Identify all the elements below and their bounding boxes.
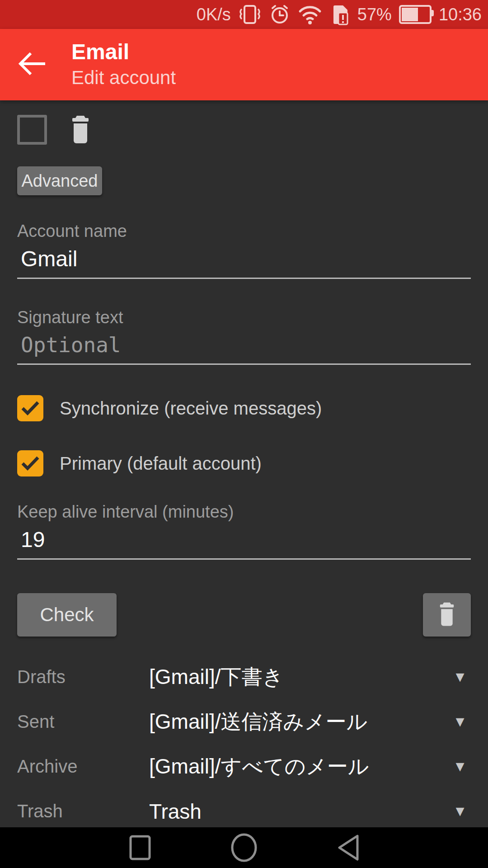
vibrate-icon [238, 4, 262, 25]
advanced-button[interactable]: Advanced [17, 166, 102, 195]
checkmark-icon [21, 456, 40, 471]
back-button[interactable] [0, 52, 63, 78]
phone-screen: 0K/s [0, 0, 488, 868]
trash-icon [437, 601, 457, 629]
checkmark-icon [21, 401, 40, 416]
android-nav-bar [0, 827, 488, 868]
account-name-value: Gmail [21, 247, 77, 271]
signature-input[interactable]: Optional [17, 330, 471, 365]
keep-alive-label: Keep alive interval (minutes) [17, 502, 471, 522]
recents-square-icon[interactable] [124, 835, 156, 861]
folder-label: Trash [17, 801, 149, 821]
signature-label: Signature text [17, 308, 471, 327]
sim-alert-icon [329, 4, 350, 25]
account-name-label: Account name [17, 222, 471, 241]
dropdown-arrow-icon[interactable]: ▼ [453, 758, 471, 775]
check-button[interactable]: Check [17, 593, 117, 637]
folder-mapping-list: Drafts [Gmail]/下書き ▼ Sent [Gmail]/送信済みメー… [17, 655, 471, 834]
folder-label: Drafts [17, 667, 149, 687]
status-bar: 0K/s [0, 0, 488, 29]
battery-percent: 57% [357, 5, 392, 24]
network-speed: 0K/s [197, 5, 231, 24]
primary-checkbox[interactable] [17, 450, 43, 476]
signature-placeholder: Optional [21, 333, 121, 357]
folder-row-sent: Sent [Gmail]/送信済みメール ▼ [17, 699, 471, 744]
alarm-icon [269, 4, 291, 25]
dropdown-arrow-icon[interactable]: ▼ [453, 803, 471, 820]
app-bar: Email Edit account [0, 29, 488, 100]
back-arrow-icon [18, 52, 46, 78]
wifi-icon [298, 5, 322, 24]
dropdown-arrow-icon[interactable]: ▼ [453, 669, 471, 685]
back-triangle-icon[interactable] [332, 833, 364, 862]
folder-value: [Gmail]/送信済みメール [149, 708, 453, 736]
trash-icon[interactable] [69, 114, 92, 147]
unchecked-checkbox[interactable] [17, 115, 47, 145]
folder-value: [Gmail]/すべてのメール [149, 753, 453, 781]
primary-label: Primary (default account) [60, 453, 262, 474]
folder-label: Archive [17, 756, 149, 777]
synchronize-checkbox[interactable] [17, 395, 43, 421]
keep-alive-value: 19 [21, 528, 45, 552]
folder-row-drafts: Drafts [Gmail]/下書き ▼ [17, 655, 471, 699]
folder-label: Sent [17, 712, 149, 732]
folder-row-archive: Archive [Gmail]/すべてのメール ▼ [17, 744, 471, 789]
folder-value: Trash [149, 799, 453, 824]
folder-value: [Gmail]/下書き [149, 663, 453, 691]
keep-alive-input[interactable]: 19 [17, 524, 471, 560]
edit-account-form: Advanced Account name Gmail Signature te… [0, 114, 488, 834]
account-name-input[interactable]: Gmail [17, 244, 471, 279]
status-time: 10:36 [439, 5, 482, 24]
delete-account-button[interactable] [423, 593, 471, 637]
page-subtitle: Edit account [71, 65, 176, 90]
synchronize-label: Synchronize (receive messages) [60, 398, 322, 419]
home-circle-icon[interactable] [228, 833, 260, 863]
battery-icon [399, 5, 432, 24]
dropdown-arrow-icon[interactable]: ▼ [453, 713, 471, 730]
page-title: Email [71, 39, 176, 65]
